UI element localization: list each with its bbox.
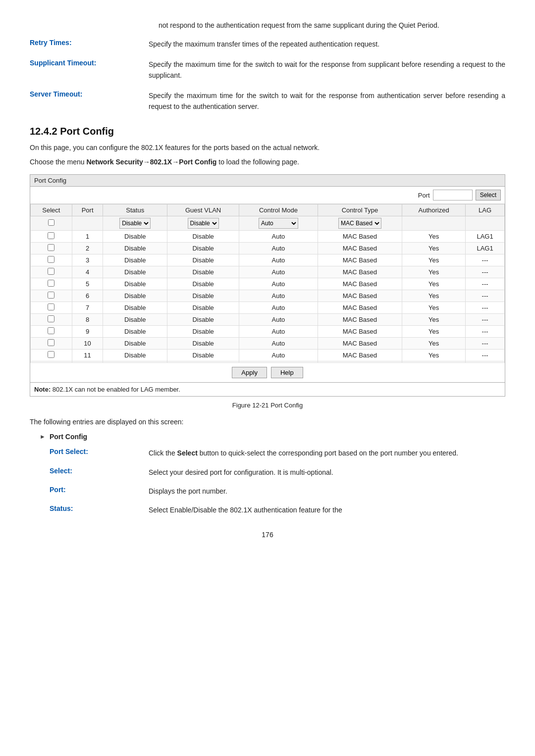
table-header-row: Select Port Status Guest VLAN Control Mo… — [31, 204, 505, 216]
note-text: 802.1X can not be enabled for LAG member… — [53, 386, 180, 393]
row-control-mode: Auto — [239, 278, 318, 290]
entry-port-select-desc: Click the Select button to quick-select … — [149, 448, 505, 458]
row-authorized: Yes — [402, 278, 466, 290]
row-lag: LAG1 — [466, 231, 505, 243]
entry-select-label: Select: — [50, 467, 149, 475]
row-control-mode: Auto — [239, 326, 318, 338]
table-row: 8 Disable Disable Auto MAC Based Yes --- — [31, 314, 505, 326]
filter-control-mode[interactable]: Auto — [239, 216, 318, 231]
row-port: 1 — [72, 231, 103, 243]
port-config-box: Port Config Port Select Select Port Stat… — [30, 174, 505, 397]
filter-status[interactable]: Disable — [103, 216, 167, 231]
row-control-type: MAC Based — [318, 243, 402, 254]
retry-times-row: Retry Times: Specify the maximum transfe… — [30, 39, 505, 50]
row-guest-vlan: Disable — [167, 243, 239, 254]
row-select-cell[interactable] — [31, 338, 72, 350]
row-checkbox[interactable] — [48, 339, 54, 346]
row-checkbox[interactable] — [48, 351, 54, 358]
row-control-type: MAC Based — [318, 338, 402, 350]
row-control-type: MAC Based — [318, 302, 402, 314]
row-control-mode: Auto — [239, 290, 318, 302]
row-authorized: Yes — [402, 254, 466, 266]
row-guest-vlan: Disable — [167, 314, 239, 326]
row-checkbox[interactable] — [48, 268, 54, 275]
entry-status-desc: Select Enable/Disable the 802.1X authent… — [149, 504, 505, 515]
row-control-mode: Auto — [239, 231, 318, 243]
row-guest-vlan: Disable — [167, 302, 239, 314]
control-type-filter-select[interactable]: MAC Based — [338, 218, 381, 229]
row-status: Disable — [103, 266, 167, 278]
row-checkbox[interactable] — [48, 327, 54, 334]
apply-button[interactable]: Apply — [232, 367, 267, 378]
chevron-icon: ► — [40, 433, 46, 440]
row-select-cell[interactable] — [31, 243, 72, 254]
row-control-mode: Auto — [239, 266, 318, 278]
row-control-type: MAC Based — [318, 350, 402, 361]
col-select: Select — [31, 204, 72, 216]
select-button[interactable]: Select — [476, 190, 501, 201]
col-lag: LAG — [466, 204, 505, 216]
row-guest-vlan: Disable — [167, 338, 239, 350]
row-select-cell[interactable] — [31, 254, 72, 266]
row-checkbox[interactable] — [48, 315, 54, 322]
intro-section: not respond to the authentication reques… — [30, 20, 505, 112]
col-guest-vlan: Guest VLAN — [167, 204, 239, 216]
row-authorized: Yes — [402, 290, 466, 302]
row-select-cell[interactable] — [31, 231, 72, 243]
row-checkbox[interactable] — [48, 256, 54, 263]
row-port: 10 — [72, 338, 103, 350]
row-lag: --- — [466, 338, 505, 350]
row-select-cell[interactable] — [31, 290, 72, 302]
row-control-mode: Auto — [239, 338, 318, 350]
filter-select-all[interactable] — [31, 216, 72, 231]
filter-authorized-empty — [402, 216, 466, 231]
col-control-type: Control Type — [318, 204, 402, 216]
server-timeout-desc: Specify the maximum time for the switch … — [149, 90, 505, 112]
row-port: 8 — [72, 314, 103, 326]
col-control-mode: Control Mode — [239, 204, 318, 216]
control-mode-filter-select[interactable]: Auto — [259, 218, 298, 229]
row-control-type: MAC Based — [318, 278, 402, 290]
filter-control-type[interactable]: MAC Based — [318, 216, 402, 231]
row-checkbox[interactable] — [48, 244, 54, 251]
help-button[interactable]: Help — [271, 367, 303, 378]
row-checkbox[interactable] — [48, 303, 54, 310]
row-control-mode: Auto — [239, 302, 318, 314]
retry-times-desc: Specify the maximum transfer times of th… — [149, 39, 505, 50]
entry-port: Port: Displays the port number. — [50, 486, 505, 497]
section-title: 12.4.2 Port Config — [30, 126, 505, 137]
row-select-cell[interactable] — [31, 302, 72, 314]
row-authorized: Yes — [402, 314, 466, 326]
entry-status: Status: Select Enable/Disable the 802.1X… — [50, 504, 505, 515]
row-control-mode: Auto — [239, 243, 318, 254]
row-select-cell[interactable] — [31, 278, 72, 290]
following-text: The following entries are displayed on t… — [30, 418, 505, 426]
row-lag: --- — [466, 266, 505, 278]
filter-guest-vlan[interactable]: Disable — [167, 216, 239, 231]
entries-header-label: Port Config — [50, 433, 87, 441]
row-authorized: Yes — [402, 231, 466, 243]
entry-status-label: Status: — [50, 504, 149, 512]
port-select-row: Port Select — [30, 187, 505, 204]
row-select-cell[interactable] — [31, 266, 72, 278]
row-guest-vlan: Disable — [167, 254, 239, 266]
row-checkbox[interactable] — [48, 280, 54, 287]
port-config-table: Select Port Status Guest VLAN Control Mo… — [30, 204, 505, 362]
row-checkbox[interactable] — [48, 232, 54, 239]
row-select-cell[interactable] — [31, 326, 72, 338]
select-all-checkbox[interactable] — [48, 219, 54, 226]
row-port: 7 — [72, 302, 103, 314]
row-lag: --- — [466, 326, 505, 338]
row-status: Disable — [103, 350, 167, 361]
port-number-input[interactable] — [433, 190, 473, 201]
row-status: Disable — [103, 278, 167, 290]
intro-description: not respond to the authentication reques… — [159, 20, 505, 31]
server-timeout-label: Server Timeout: — [30, 90, 149, 98]
row-checkbox[interactable] — [48, 292, 54, 299]
row-port: 3 — [72, 254, 103, 266]
guest-vlan-filter-select[interactable]: Disable — [188, 218, 219, 229]
row-select-cell[interactable] — [31, 314, 72, 326]
status-filter-select[interactable]: Disable — [119, 218, 151, 229]
row-select-cell[interactable] — [31, 350, 72, 361]
row-authorized: Yes — [402, 266, 466, 278]
